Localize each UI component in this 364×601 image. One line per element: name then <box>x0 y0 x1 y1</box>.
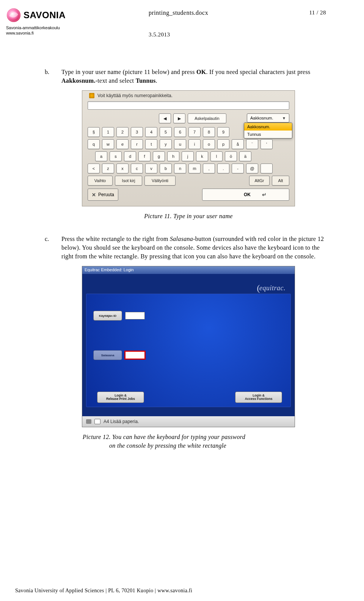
key-t[interactable]: t <box>145 139 157 149</box>
tunnus-bold: Tunnus <box>136 77 156 84</box>
key-7[interactable]: 7 <box>188 127 201 137</box>
capslock-key[interactable]: Isot kirj <box>115 176 142 186</box>
alt-key[interactable]: Alt <box>272 176 289 186</box>
key-p[interactable]: p <box>217 139 229 149</box>
keyboard-hint-text: Voit käyttää myös numeropainikkeita. <box>97 93 173 98</box>
key-q[interactable]: q <box>88 139 100 149</box>
picture-12-equitrac: Equitrac Embedded: Login equitrac. Käytt… <box>82 266 295 427</box>
key-g[interactable]: g <box>153 151 165 161</box>
mode-dropdown[interactable]: Aakkosnum. ▼ Aakkosnum. Tunnus <box>247 113 289 123</box>
key-b[interactable]: b <box>160 164 172 173</box>
key-'[interactable]: ' <box>260 139 273 149</box>
key-w[interactable]: w <box>102 139 114 149</box>
key-3[interactable]: 3 <box>131 127 143 137</box>
altgr-key[interactable]: AltGr <box>249 176 270 186</box>
equitrac-status-bar: A4 Lisää paperia. <box>82 416 295 427</box>
caption-picture-12-line2: on the console by pressing the white rec… <box>109 441 332 450</box>
ok-button[interactable]: OK ↵ <box>202 189 289 201</box>
key-å[interactable]: å <box>232 139 244 149</box>
key-s[interactable]: s <box>110 151 122 161</box>
key-1[interactable]: 1 <box>102 127 114 137</box>
aakkosnum-bold: Aakkosnum. <box>61 77 96 84</box>
list-item-b: b. Type in your user name (picture 11 be… <box>45 68 332 85</box>
user-id-button[interactable]: Käyttäjän ID <box>93 311 122 321</box>
close-icon: ✕ <box>92 192 96 198</box>
key-r[interactable]: r <box>131 139 143 149</box>
password-button[interactable]: Salasana <box>93 350 122 360</box>
dropdown-label: Aakkosnum. <box>250 116 273 120</box>
key-n[interactable]: n <box>174 164 186 173</box>
text: -text and select <box>96 77 136 84</box>
backspace-key[interactable]: Askelpalautin <box>188 113 226 123</box>
key-9[interactable]: 9 <box>217 127 229 137</box>
key-6[interactable]: 6 <box>174 127 186 137</box>
savonia-swirl-icon <box>6 8 21 23</box>
document-body: b. Type in your user name (picture 11 be… <box>45 68 332 450</box>
key-.[interactable]: . <box>217 164 229 173</box>
key-c[interactable]: c <box>131 164 143 173</box>
password-row: Salasana <box>93 350 145 360</box>
list-marker-c: c. <box>45 234 52 261</box>
key-row-a: asdfghjklöä <box>95 151 289 161</box>
key-e[interactable]: e <box>116 139 129 149</box>
ok-bold: OK <box>196 69 206 75</box>
key-§[interactable]: § <box>88 127 100 137</box>
username-input[interactable] <box>88 101 289 110</box>
key-blank[interactable] <box>260 164 273 173</box>
key-k[interactable]: k <box>196 151 208 161</box>
org-wordmark: SAVONIA <box>24 11 66 20</box>
cancel-button[interactable]: ✕ Peruuta <box>88 189 118 201</box>
key-z[interactable]: z <box>102 164 114 173</box>
login-release-button[interactable]: Login &Release Print Jobs <box>97 392 144 403</box>
key-row-fn: Vaihto Isot kirj Välilyönti AltGr Alt <box>88 176 289 186</box>
info-icon <box>89 93 94 98</box>
key-5[interactable]: 5 <box>160 127 172 137</box>
key-i[interactable]: i <box>188 139 201 149</box>
equitrac-logo: equitrac. <box>257 282 286 293</box>
key-ä[interactable]: ä <box>239 151 251 161</box>
equitrac-titlebar: Equitrac Embedded: Login <box>82 266 295 274</box>
key-f[interactable]: f <box>138 151 151 161</box>
header-date: 3.5.2013 <box>149 32 170 38</box>
key-o[interactable]: o <box>203 139 215 149</box>
key-v[interactable]: v <box>145 164 157 173</box>
page-footer: Savonia University of Applied Sciences |… <box>15 588 192 593</box>
text: Press the white rectangle to the right f… <box>61 236 170 242</box>
key-<[interactable]: < <box>88 164 100 173</box>
key-y[interactable]: y <box>160 139 172 149</box>
text: . <box>155 77 157 84</box>
key-j[interactable]: j <box>182 151 194 161</box>
key-,[interactable]: , <box>203 164 215 173</box>
key-a[interactable]: a <box>95 151 107 161</box>
org-subtitle: Savonia-ammattikorkeakoulu <box>6 25 120 30</box>
key-@[interactable]: @ <box>246 164 258 173</box>
list-marker-b: b. <box>45 68 52 85</box>
key-l[interactable]: l <box>210 151 223 161</box>
arrow-left-key[interactable]: ◀ <box>159 113 171 123</box>
key-ö[interactable]: ö <box>225 151 237 161</box>
key-¨[interactable]: ¨ <box>246 139 258 149</box>
shift-key[interactable]: Vaihto <box>88 176 113 186</box>
keyboard-hint: Voit käyttää myös numeropainikkeita. <box>89 93 173 98</box>
key-8[interactable]: 8 <box>203 127 215 137</box>
key--[interactable]: - <box>232 164 244 173</box>
key-2[interactable]: 2 <box>116 127 129 137</box>
key-m[interactable]: m <box>188 164 201 173</box>
key-x[interactable]: x <box>116 164 129 173</box>
space-key[interactable]: Välilyönti <box>144 176 176 186</box>
key-4[interactable]: 4 <box>145 127 157 137</box>
salasana-italic: Salasana <box>170 236 193 242</box>
key-u[interactable]: u <box>174 139 186 149</box>
key-d[interactable]: d <box>124 151 136 161</box>
header-filename: printing_students.docx <box>149 10 208 16</box>
backspace-row: ◀ ▶ Askelpalautin <box>159 113 226 123</box>
login-access-button[interactable]: Login &Access Functions <box>235 392 282 403</box>
arrow-right-key[interactable]: ▶ <box>173 113 185 123</box>
caption-picture-12-line1: Picture 12. You can have the keyboard fo… <box>83 433 332 441</box>
status-tray-icon <box>94 419 100 424</box>
key-h[interactable]: h <box>167 151 179 161</box>
user-id-field[interactable] <box>125 312 145 319</box>
status-text: A4 Lisää paperia. <box>104 419 139 424</box>
password-field[interactable] <box>125 351 145 359</box>
org-logo-block: SAVONIA Savonia-ammattikorkeakoulu www.s… <box>6 8 120 36</box>
